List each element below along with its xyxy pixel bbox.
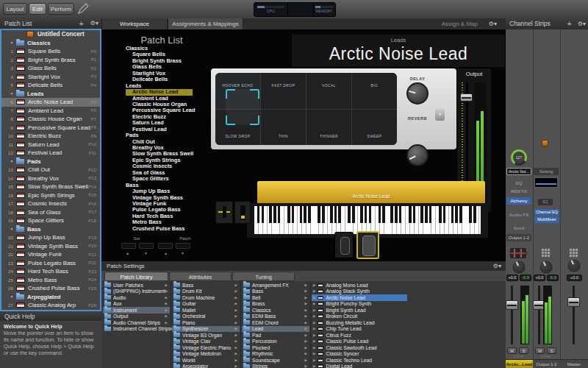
patch-row[interactable]: 6Arctic Noise LeadP5 [1, 98, 100, 107]
patch-row[interactable]: 25Metro BassP24 [1, 276, 100, 285]
morph-button[interactable]: BIG [352, 73, 397, 109]
perform-mode-button[interactable]: Perform [48, 3, 74, 15]
patch-row[interactable]: 8Classic House OrganP7 [1, 115, 100, 124]
alchemy-plugin-slot[interactable]: Alchemy [506, 197, 531, 205]
library-folder-row[interactable]: Soundscape▶ [242, 357, 309, 364]
library-patch-row[interactable]: ▶Classic Sawtooth Lead [312, 344, 407, 351]
tab-tuning[interactable]: Tuning [232, 272, 295, 281]
library-folder-row[interactable]: Percussion▶ [242, 339, 309, 345]
patch-set-row[interactable]: ▼Leads [1, 90, 100, 99]
library-folder-row[interactable]: Arpeggiator▶ [172, 364, 240, 368]
morph-xy-pad[interactable] [226, 89, 259, 125]
strip3-nameplate[interactable]: Master [560, 359, 588, 368]
strip2-solo-button[interactable]: S [547, 347, 556, 354]
add-channel-strip-button[interactable]: + [567, 18, 572, 29]
patch-down-button[interactable]: ▼ [181, 251, 184, 255]
library-folder-row[interactable]: Drum Machine▶ [172, 294, 240, 301]
library-folder-row[interactable]: Bell▶ [242, 294, 309, 301]
library-folder-row[interactable]: EDM Chord▶ [242, 319, 309, 326]
patch-row[interactable]: 22Vintage FunkP21 [1, 250, 100, 259]
library-folder-row[interactable]: Guitar▶ [172, 301, 240, 308]
library-folder-row[interactable]: World▶ [172, 357, 240, 364]
library-folder-row[interactable]: Drum Kit▶ [172, 289, 240, 295]
workspace-gear-icon[interactable]: ⚙▾ [489, 21, 497, 27]
library-folder-row[interactable]: Instrument Channel Strips▶ [103, 326, 170, 333]
patch-set-row[interactable]: ▼Bass [1, 225, 100, 234]
library-folder-row[interactable]: Pad▶ [242, 332, 309, 339]
patch-row[interactable]: 15Slow Synth Brass SwellP14 [1, 183, 100, 191]
tab-assignments-mappings[interactable]: Assignments & Mappings [168, 18, 243, 29]
workspace-patch-item[interactable]: Crushed Pulse Bass [119, 226, 215, 232]
library-patch-row[interactable]: ▶Chip Tune Lead [312, 326, 407, 333]
patch-settings-gear-icon[interactable]: ⚙▾ [493, 261, 501, 271]
strip2-gain-value[interactable]: +0.0 [534, 275, 545, 281]
patch-row[interactable]: 13Chill OutP12 [1, 166, 100, 174]
library-patch-row[interactable]: ▶Analog Stack Synth [312, 289, 407, 295]
next-page-chevron-button[interactable]: › [435, 108, 445, 121]
patch-row[interactable]: 18Sea of GlassP17 [1, 208, 100, 217]
patch-row[interactable]: 9Percussive Square LeadP8 [1, 124, 100, 132]
morph-button[interactable]: THINNER [306, 110, 351, 146]
library-patch-row[interactable]: ▶Digital Lead [312, 364, 407, 368]
strip1-gain-value[interactable]: +0.0 [506, 275, 518, 281]
multimeter-plugin-slot[interactable]: MultiMeter [534, 216, 559, 223]
strip2-nameplate[interactable]: Output 1-2 [533, 359, 560, 368]
library-folder-row[interactable]: Brass▶ [242, 301, 309, 308]
patch-row[interactable]: 27Classic Analog ArpP26 [1, 301, 100, 310]
library-folder-row[interactable]: (SHIPPING) Instrument▶ [103, 289, 170, 295]
patch-up-button[interactable]: ▲ [164, 251, 168, 255]
library-folder-row[interactable]: Arrangement FX▶ [242, 282, 309, 289]
library-patch-row[interactable]: ▶Bright Synth Lead [312, 307, 407, 314]
library-folder-row[interactable]: Bass▶ [172, 282, 240, 289]
channel-eq-plugin-slot[interactable]: Channel EQ [534, 209, 559, 216]
library-patch-row[interactable]: ▶Classic Syncer [312, 351, 407, 358]
strip2-setting-button[interactable]: Setting [534, 168, 559, 175]
set-down-button[interactable]: ▼ [144, 251, 148, 255]
strip1-pan-knob[interactable] [512, 260, 526, 275]
library-folder-row[interactable]: Output▶ [103, 314, 170, 320]
library-patch-row[interactable]: ▶Citrus Fuzz [312, 332, 407, 339]
library-patch-row[interactable]: ▶Classic Pulse Lead [312, 339, 407, 345]
strip2-mute-button[interactable]: M [535, 347, 545, 354]
sustain-pedal-2-selected[interactable] [356, 231, 379, 259]
library-folder-row[interactable]: Instrument▶ [103, 307, 170, 314]
strip3-pan-knob[interactable] [567, 258, 581, 273]
library-folder-row[interactable]: Audio▶ [103, 294, 170, 301]
patch-row[interactable]: 24Hard Tech BassP23 [1, 267, 100, 276]
library-folder-row[interactable]: Aux▶ [103, 301, 170, 308]
sustain-pedal-1[interactable] [334, 232, 354, 258]
library-folder-row[interactable]: Audio Channel Strips▶ [103, 319, 170, 326]
patch-row[interactable]: 2Bright Synth BrassP1 [1, 56, 100, 65]
patch-row[interactable]: 21Vintage Synth BassP20 [1, 242, 100, 251]
library-folder-row[interactable]: User Patches▶ [103, 282, 170, 289]
strip1-nameplate[interactable]: Arctic...Lead [506, 359, 533, 368]
tab-workspace[interactable]: Workspace [101, 18, 168, 29]
strip1-mute-button[interactable]: M [507, 347, 517, 354]
delay-knob[interactable] [406, 82, 429, 105]
library-patch-row[interactable]: ▶Analog Mono Lead [312, 282, 407, 289]
strip3-fader-thumb[interactable] [567, 297, 580, 307]
midi-volume-knob[interactable]: 127 [511, 149, 527, 166]
tab-attributes[interactable]: Attributes [169, 272, 232, 281]
library-patch-row[interactable]: ▶Arctic Noise Lead [312, 294, 407, 301]
mod-wheel-control[interactable] [234, 201, 251, 224]
patch-row[interactable]: 3Glass BellsP2 [1, 64, 100, 73]
output-fader-thumb[interactable] [460, 93, 473, 102]
library-folder-row[interactable]: Mallet▶ [172, 307, 240, 314]
patch-row[interactable]: 19Space GlittersP18 [1, 216, 100, 225]
tab-patch-library[interactable]: Patch Library [104, 272, 168, 281]
channel-strips-gear-icon[interactable]: ⚙▾ [578, 18, 586, 29]
library-folder-row[interactable]: Classics▶ [242, 307, 309, 314]
patch-row[interactable]: 11Saturn LeadP10 [1, 141, 100, 149]
patch-row[interactable]: 20Jump Up BassP19 [1, 233, 100, 242]
patch-set-row[interactable]: ▼Arpeggiated [1, 293, 100, 302]
morph-button[interactable]: VOCAL [306, 73, 351, 109]
library-folder-row[interactable]: Plucked▶ [242, 344, 309, 351]
patch-row[interactable]: 12Festival LeadP11 [1, 149, 100, 158]
patch-row[interactable]: 10Electric BuzzP9 [1, 132, 100, 141]
library-folder-row[interactable]: Vintage Electric Piano▶ [172, 344, 240, 351]
library-folder-row[interactable]: Vintage Clav▶ [172, 339, 240, 345]
patch-set-row[interactable]: ▼Pads [1, 158, 100, 166]
layout-mode-button[interactable]: Layout [3, 3, 27, 15]
library-patch-row[interactable]: ▶Classic Techno Lead [312, 357, 407, 364]
